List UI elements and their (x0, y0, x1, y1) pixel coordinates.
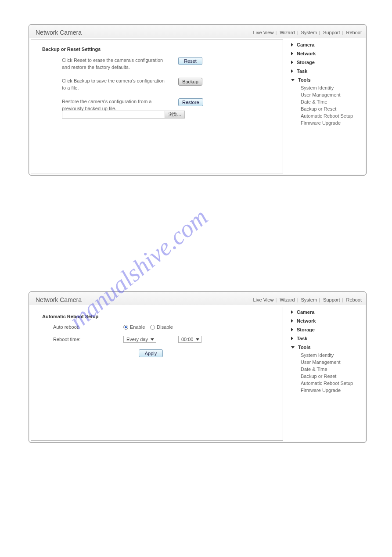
sidebar-sub-user-management[interactable]: User Management (291, 359, 363, 366)
nav-support[interactable]: Support (323, 30, 340, 35)
sidebar-sub-firmware-upgrade[interactable]: Firmware Upgrade (291, 119, 363, 126)
sidebar-item-network[interactable]: Network (291, 49, 363, 58)
top-nav: Live View| Wizard| System| Support| Rebo… (253, 30, 362, 35)
sidebar-label: Storage (297, 60, 315, 65)
label-auto-reboot: Auto reboot: (53, 324, 115, 330)
nav-reboot[interactable]: Reboot (346, 297, 362, 302)
sidebar-sub-firmware-upgrade[interactable]: Firmware Upgrade (291, 387, 363, 394)
app-title: Network Camera (36, 296, 82, 303)
radio-disable[interactable]: Disable (150, 324, 173, 330)
select-frequency[interactable]: Every day (123, 336, 156, 343)
nav-wizard[interactable]: Wizard (280, 297, 295, 302)
sidebar-item-camera[interactable]: Camera (291, 40, 363, 49)
chevron-down-icon (291, 346, 295, 349)
radio-enable[interactable]: Enable (123, 324, 145, 330)
sidebar: Camera Network Storage Task Tools System… (285, 305, 366, 442)
chevron-right-icon (291, 337, 293, 340)
chevron-right-icon (291, 43, 293, 47)
sidebar-sub-system-identity[interactable]: System Identity (291, 352, 363, 359)
restore-file-row: 浏览... (42, 111, 272, 119)
sidebar-item-tools[interactable]: Tools (291, 343, 363, 352)
sidebar-item-storage[interactable]: Storage (291, 58, 363, 67)
panel-header: Network Camera Live View| Wizard| System… (29, 292, 366, 305)
content-auto-reboot: Automatic Reboot Setup Auto reboot: Enab… (31, 307, 283, 441)
content-backup-reset: Backup or Reset Settings Click Reset to … (31, 40, 283, 173)
nav-system[interactable]: System (301, 30, 317, 35)
row-reboot-time: Reboot time: Every day 00:00 (42, 336, 272, 343)
sidebar-label: Network (297, 51, 316, 56)
sidebar-sub-auto-reboot[interactable]: Automatic Reboot Setup (291, 380, 363, 387)
sidebar-label: Tools (298, 345, 311, 350)
sidebar-label: Task (297, 336, 307, 341)
panel-backup-reset: Network Camera Live View| Wizard| System… (29, 24, 367, 176)
sidebar-item-task[interactable]: Task (291, 67, 363, 75)
panel-body: Automatic Reboot Setup Auto reboot: Enab… (29, 305, 366, 442)
panel-body: Backup or Reset Settings Click Reset to … (29, 38, 366, 175)
radio-label: Enable (130, 324, 145, 330)
sidebar-item-tools[interactable]: Tools (291, 75, 363, 84)
panel-header: Network Camera Live View| Wizard| System… (29, 25, 366, 38)
chevron-right-icon (291, 310, 293, 314)
sidebar-label: Network (297, 318, 316, 323)
row-apply: Apply (42, 349, 272, 357)
browse-button[interactable]: 浏览... (165, 111, 184, 118)
nav-live-view[interactable]: Live View (253, 297, 273, 302)
sidebar-label: Tools (298, 77, 311, 83)
panel-auto-reboot: Network Camera Live View| Wizard| System… (29, 291, 367, 443)
reset-desc: Click Reset to erase the camera's config… (42, 57, 165, 71)
sidebar-label: Camera (297, 309, 314, 315)
row-backup: Click Backup to save the camera's config… (42, 78, 272, 92)
backup-button[interactable]: Backup (178, 78, 202, 86)
radio-dot-icon (123, 325, 128, 330)
reset-button[interactable]: Reset (178, 57, 202, 65)
chevron-right-icon (291, 52, 293, 55)
sidebar: Camera Network Storage Task Tools System… (285, 38, 366, 175)
backup-desc: Click Backup to save the camera's config… (42, 78, 165, 92)
nav-support[interactable]: Support (323, 297, 340, 302)
chevron-right-icon (291, 328, 293, 331)
chevron-down-icon (291, 79, 295, 81)
sidebar-sub-user-management[interactable]: User Management (291, 91, 363, 98)
nav-system[interactable]: System (301, 297, 317, 302)
nav-live-view[interactable]: Live View (253, 30, 273, 35)
sidebar-label: Storage (297, 327, 315, 332)
file-path-text (62, 111, 165, 118)
select-time[interactable]: 00:00 (178, 336, 202, 343)
top-nav: Live View| Wizard| System| Support| Rebo… (253, 297, 362, 302)
section-title: Backup or Reset Settings (42, 47, 272, 52)
sidebar-sub-date-time[interactable]: Date & Time (291, 98, 363, 105)
sidebar-sub-system-identity[interactable]: System Identity (291, 84, 363, 91)
restore-file-input[interactable]: 浏览... (62, 111, 185, 119)
section-title: Automatic Reboot Setup (42, 314, 272, 319)
sidebar-sub-auto-reboot[interactable]: Automatic Reboot Setup (291, 112, 363, 119)
nav-reboot[interactable]: Reboot (346, 30, 362, 35)
apply-button[interactable]: Apply (139, 349, 163, 357)
chevron-right-icon (291, 61, 293, 64)
restore-button[interactable]: Restore (178, 98, 203, 106)
sidebar-sub-date-time[interactable]: Date & Time (291, 366, 363, 373)
radio-label: Disable (157, 324, 173, 330)
radio-dot-icon (150, 325, 155, 330)
sidebar-label: Camera (297, 42, 314, 47)
sidebar-sub-backup-reset[interactable]: Backup or Reset (291, 373, 363, 380)
nav-wizard[interactable]: Wizard (280, 30, 295, 35)
sidebar-item-network[interactable]: Network (291, 316, 363, 325)
chevron-right-icon (291, 319, 293, 323)
label-reboot-time: Reboot time: (53, 337, 115, 342)
sidebar-sub-backup-reset[interactable]: Backup or Reset (291, 105, 363, 112)
sidebar-item-camera[interactable]: Camera (291, 308, 363, 316)
row-auto-reboot: Auto reboot: Enable Disable (42, 324, 272, 330)
app-title: Network Camera (36, 29, 82, 36)
row-reset: Click Reset to erase the camera's config… (42, 57, 272, 71)
chevron-right-icon (291, 69, 293, 73)
sidebar-item-storage[interactable]: Storage (291, 325, 363, 334)
sidebar-item-task[interactable]: Task (291, 334, 363, 343)
sidebar-label: Task (297, 68, 307, 74)
